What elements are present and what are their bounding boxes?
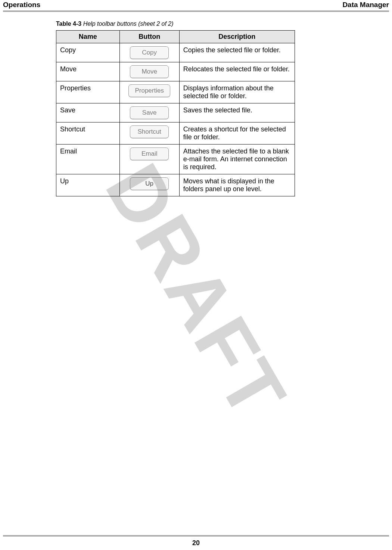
page-header: Operations Data Manager xyxy=(0,0,392,11)
row-name: Up xyxy=(56,174,120,196)
row-button-cell: Up xyxy=(119,174,179,196)
header-left: Operations xyxy=(3,1,40,11)
row-button-cell: Shortcut xyxy=(119,122,179,145)
caption-label: Table 4-3 xyxy=(56,21,81,27)
row-description: Displays information about the selected … xyxy=(179,81,295,103)
table-row: Up Up Moves what is displayed in the fol… xyxy=(56,174,295,196)
col-header-button: Button xyxy=(119,31,179,43)
row-name: Move xyxy=(56,62,120,81)
copy-button[interactable]: Copy xyxy=(130,46,169,59)
header-right: Data Manager xyxy=(342,1,389,11)
row-description: Saves the selected file. xyxy=(179,103,295,122)
properties-button[interactable]: Properties xyxy=(128,84,170,97)
col-header-description: Description xyxy=(179,31,295,43)
email-button[interactable]: Email xyxy=(130,147,169,160)
page-number: 20 xyxy=(0,539,392,547)
row-button-cell: Properties xyxy=(119,81,179,103)
footer-rule xyxy=(3,535,389,537)
row-button-cell: Email xyxy=(119,145,179,174)
table-row: Save Save Saves the selected file. xyxy=(56,103,295,122)
table-row: Move Move Relocates the selected file or… xyxy=(56,62,295,81)
row-name: Properties xyxy=(56,81,120,103)
table-row: Email Email Attaches the selected file t… xyxy=(56,145,295,174)
row-description: Creates a shortcut for the selected file… xyxy=(179,122,295,145)
table-row: Properties Properties Displays informati… xyxy=(56,81,295,103)
row-button-cell: Copy xyxy=(119,43,179,62)
row-description: Attaches the selected file to a blank e-… xyxy=(179,145,295,174)
row-name: Save xyxy=(56,103,120,122)
table-row: Copy Copy Copies the selected file or fo… xyxy=(56,43,295,62)
table-caption: Table 4-3 Help toolbar buttons (sheet 2 … xyxy=(56,21,299,27)
row-description: Relocates the selected file or folder. xyxy=(179,62,295,81)
table-row: Shortcut Shortcut Creates a shortcut for… xyxy=(56,122,295,145)
page: Operations Data Manager Table 4-3 Help t… xyxy=(0,0,392,550)
row-description: Moves what is displayed in the folders p… xyxy=(179,174,295,196)
row-name: Shortcut xyxy=(56,122,120,145)
row-name: Email xyxy=(56,145,120,174)
row-button-cell: Move xyxy=(119,62,179,81)
row-name: Copy xyxy=(56,43,120,62)
move-button[interactable]: Move xyxy=(130,65,169,78)
up-button[interactable]: Up xyxy=(130,177,169,190)
caption-title: Help toolbar buttons (sheet 2 of 2) xyxy=(83,21,174,27)
col-header-name: Name xyxy=(56,31,120,43)
row-description: Copies the selected file or folder. xyxy=(179,43,295,62)
shortcut-button[interactable]: Shortcut xyxy=(130,125,169,138)
toolbar-buttons-table: Name Button Description Copy Copy Copies… xyxy=(56,30,295,196)
save-button[interactable]: Save xyxy=(130,106,169,119)
table-header-row: Name Button Description xyxy=(56,31,295,43)
row-button-cell: Save xyxy=(119,103,179,122)
content-area: Table 4-3 Help toolbar buttons (sheet 2 … xyxy=(56,21,299,196)
header-rule xyxy=(3,10,389,12)
